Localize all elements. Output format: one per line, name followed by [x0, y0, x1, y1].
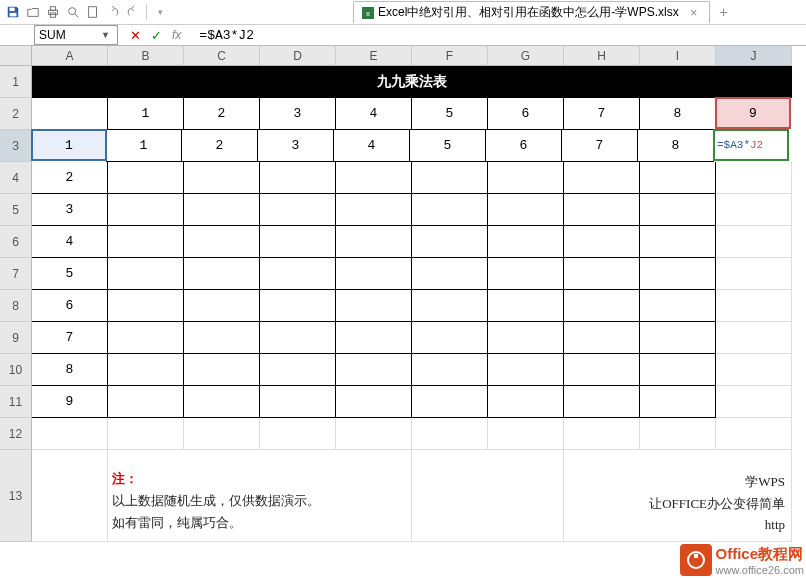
cell[interactable] — [260, 354, 336, 386]
cell[interactable]: 2 — [182, 130, 258, 162]
cell[interactable] — [488, 194, 564, 226]
cell[interactable] — [336, 322, 412, 354]
cell[interactable] — [640, 418, 716, 450]
cell[interactable] — [564, 194, 640, 226]
row-header-2[interactable]: 2 — [0, 98, 32, 130]
cell[interactable] — [564, 386, 640, 418]
cell[interactable]: 4 — [32, 226, 108, 258]
add-tab-button[interactable]: + — [714, 2, 734, 22]
file-tab[interactable]: x Excel中绝对引用、相对引用在函数中怎么用-学WPS.xlsx × — [353, 1, 710, 23]
cell[interactable] — [564, 226, 640, 258]
cell[interactable] — [108, 354, 184, 386]
cell[interactable] — [32, 98, 108, 130]
cell[interactable] — [564, 418, 640, 450]
cell[interactable] — [108, 418, 184, 450]
cell[interactable]: 2 — [184, 98, 260, 130]
cell[interactable] — [108, 290, 184, 322]
cell[interactable] — [564, 162, 640, 194]
cell[interactable]: 6 — [486, 130, 562, 162]
cell[interactable] — [716, 226, 792, 258]
spreadsheet-grid[interactable]: 九九乘法表123456789112345678=$A3*J223456789注：… — [32, 66, 792, 542]
column-header-J[interactable]: J — [716, 46, 792, 66]
row-header-3[interactable]: 3 — [0, 130, 32, 162]
cell[interactable]: 9 — [32, 386, 108, 418]
cell[interactable]: 7 — [562, 130, 638, 162]
cell[interactable] — [412, 258, 488, 290]
row-header-8[interactable]: 8 — [0, 290, 32, 322]
row-header-5[interactable]: 5 — [0, 194, 32, 226]
cell[interactable] — [640, 322, 716, 354]
cell[interactable] — [260, 418, 336, 450]
cancel-button[interactable]: ✕ — [130, 28, 141, 43]
cell-A3[interactable]: 1 — [31, 129, 107, 161]
redo-icon[interactable] — [124, 3, 142, 21]
column-header-F[interactable]: F — [412, 46, 488, 66]
cell[interactable] — [488, 290, 564, 322]
enter-button[interactable]: ✓ — [151, 28, 162, 43]
cell[interactable] — [412, 162, 488, 194]
fx-icon[interactable]: fx — [172, 28, 181, 42]
cell[interactable] — [412, 226, 488, 258]
cell[interactable]: 3 — [32, 194, 108, 226]
cell[interactable]: 5 — [412, 98, 488, 130]
name-box[interactable]: SUM ▼ — [34, 25, 118, 45]
cell[interactable] — [336, 290, 412, 322]
cell[interactable] — [716, 290, 792, 322]
cell[interactable] — [640, 194, 716, 226]
column-header-H[interactable]: H — [564, 46, 640, 66]
cell[interactable] — [564, 258, 640, 290]
cell[interactable] — [716, 162, 792, 194]
cell[interactable] — [260, 162, 336, 194]
cell[interactable]: 7 — [32, 322, 108, 354]
cell[interactable] — [412, 450, 564, 542]
cell[interactable] — [336, 418, 412, 450]
print-icon[interactable] — [44, 3, 62, 21]
column-header-D[interactable]: D — [260, 46, 336, 66]
cell-J3-editing[interactable]: =$A3*J2 — [713, 129, 789, 161]
title-cell[interactable]: 九九乘法表 — [32, 66, 792, 98]
cell[interactable] — [412, 194, 488, 226]
row-header-1[interactable]: 1 — [0, 66, 32, 98]
cell[interactable] — [716, 354, 792, 386]
cell[interactable] — [488, 322, 564, 354]
cell[interactable]: 3 — [258, 130, 334, 162]
cell[interactable] — [640, 354, 716, 386]
chevron-down-icon[interactable]: ▼ — [101, 30, 113, 40]
cell[interactable] — [260, 322, 336, 354]
cell-J2[interactable]: 9 — [715, 97, 791, 129]
cell[interactable] — [260, 258, 336, 290]
new-icon[interactable] — [84, 3, 102, 21]
cell[interactable] — [260, 194, 336, 226]
more-icon[interactable]: ▾ — [151, 3, 169, 21]
cell[interactable] — [108, 386, 184, 418]
column-header-I[interactable]: I — [640, 46, 716, 66]
row-header-11[interactable]: 11 — [0, 386, 32, 418]
cell[interactable] — [184, 322, 260, 354]
select-all-corner[interactable] — [0, 46, 32, 66]
cell[interactable] — [336, 226, 412, 258]
cell[interactable] — [640, 226, 716, 258]
cell[interactable] — [488, 386, 564, 418]
cell[interactable] — [108, 162, 184, 194]
cell[interactable] — [640, 162, 716, 194]
cell[interactable] — [412, 386, 488, 418]
cell[interactable] — [564, 322, 640, 354]
column-header-E[interactable]: E — [336, 46, 412, 66]
cell[interactable] — [108, 226, 184, 258]
cell[interactable] — [336, 354, 412, 386]
row-header-6[interactable]: 6 — [0, 226, 32, 258]
cell[interactable]: 4 — [334, 130, 410, 162]
cell[interactable] — [184, 418, 260, 450]
column-header-G[interactable]: G — [488, 46, 564, 66]
cell[interactable] — [184, 226, 260, 258]
cell[interactable]: 8 — [32, 354, 108, 386]
cell[interactable]: 3 — [260, 98, 336, 130]
row-header-7[interactable]: 7 — [0, 258, 32, 290]
row-header-13[interactable]: 13 — [0, 450, 32, 542]
cell[interactable] — [716, 258, 792, 290]
cell[interactable] — [716, 386, 792, 418]
cell[interactable] — [184, 194, 260, 226]
cell[interactable] — [184, 162, 260, 194]
cell[interactable]: 6 — [32, 290, 108, 322]
cell[interactable] — [412, 354, 488, 386]
